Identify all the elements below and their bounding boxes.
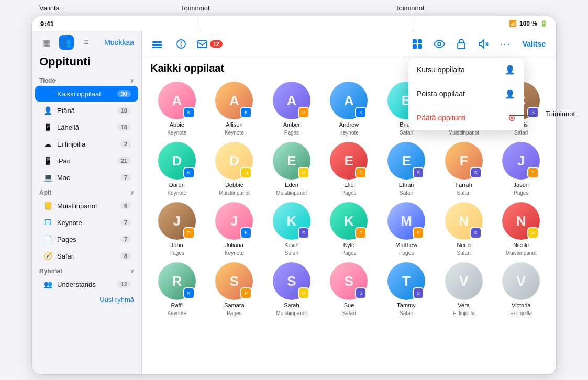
- sidebar-item-mac[interactable]: 💻 Mac 7: [35, 170, 138, 185]
- student-name: Matthew: [395, 242, 417, 248]
- student-name: Nicole: [513, 242, 529, 248]
- student-app-label: Pages: [399, 250, 414, 256]
- student-item-nicole[interactable]: NMNicoleMuistiinpanot: [494, 202, 548, 256]
- student-item-andrew[interactable]: AKAndrewKeynote: [323, 82, 376, 136]
- dropdown-invite[interactable]: Kutsu oppilaita 👤: [408, 58, 524, 82]
- student-item-tammy[interactable]: TSTammySafari: [380, 262, 433, 316]
- app-badge: K: [240, 227, 252, 239]
- student-item-raffi[interactable]: RKRaffiKeynote: [150, 262, 204, 316]
- student-name: Amber: [283, 121, 300, 128]
- sidebar-item-all-students[interactable]: ✳ Kaikki oppilaat 30: [35, 86, 138, 102]
- student-app-label: Safari: [285, 250, 298, 256]
- sidebar-nav-icons: ▦ 👥 ≡ Muokkaa: [32, 31, 141, 54]
- student-item-debbie[interactable]: DMDebbieMuistiinpanot: [208, 142, 261, 196]
- list-view-icon[interactable]: ≡: [79, 35, 94, 50]
- student-name: Andrew: [339, 121, 359, 128]
- battery-icon: 🔋: [540, 20, 548, 27]
- student-item-victoria[interactable]: VVictoriaEi linjoilla: [494, 262, 548, 316]
- ipad-icon: 📱: [42, 155, 53, 166]
- student-app-label: Keynote: [225, 250, 244, 256]
- sidebar-title: Oppitunti: [32, 54, 141, 74]
- student-item-matthew[interactable]: MPMatthewPages: [380, 202, 433, 256]
- sidebar-item-keynote[interactable]: 🎞 Keynote 7: [35, 215, 138, 230]
- sidebar-item-understands[interactable]: 👥 Understands 12: [35, 276, 138, 292]
- student-item-kevin[interactable]: KSKevinSafari: [265, 202, 318, 256]
- sidebar-item-safari[interactable]: 🧭 Safari 8: [35, 248, 138, 264]
- student-item-farrah[interactable]: FSFarrahSafari: [437, 142, 491, 196]
- sidebar-item-offline[interactable]: ☁ Ei linjoilla 2: [35, 136, 138, 152]
- student-item-samara[interactable]: SPSamaraPages: [208, 262, 261, 316]
- sidebar-item-nearby[interactable]: 📱 Lähellä 18: [35, 119, 138, 135]
- student-app-label: Keynote: [339, 130, 359, 136]
- app-badge: P: [240, 287, 252, 299]
- status-bar: 9:41 📶 100 % 🔋: [32, 16, 556, 31]
- student-item-amber[interactable]: APAmberPages: [265, 82, 318, 136]
- mac-icon: 💻: [42, 172, 53, 183]
- tiede-chevron[interactable]: ∨: [130, 77, 134, 84]
- student-app-label: Muistiinpanot: [219, 190, 250, 196]
- sidebar-edit-button[interactable]: Muokkaa: [104, 38, 134, 47]
- app-badge: K: [183, 167, 195, 178]
- offline-icon: ☁: [42, 139, 53, 149]
- app-badge: M: [298, 167, 309, 178]
- app-badge: M: [527, 227, 539, 239]
- people-view-icon[interactable]: 👥: [59, 35, 74, 50]
- select-button[interactable]: Valitse: [518, 38, 550, 50]
- sidebar-item-pages[interactable]: 📄 Pages 7: [35, 231, 138, 247]
- student-item-allison[interactable]: AKAllisonKeynote: [208, 82, 261, 136]
- sidebar-item-ipad[interactable]: 📱 iPad 21: [35, 153, 138, 169]
- layers-button[interactable]: [148, 35, 166, 53]
- dropdown-menu: Kutsu oppilaita 👤 Poista oppilaat 👤 Päät…: [408, 58, 524, 130]
- app-badge: P: [355, 167, 367, 178]
- student-item-abbie[interactable]: AKAbbieKeynote: [150, 82, 204, 136]
- student-item-elie[interactable]: EPEliePages: [323, 142, 376, 196]
- svg-rect-9: [413, 44, 417, 49]
- student-name: Kyle: [343, 242, 354, 248]
- student-item-jason[interactable]: JPJasonPages: [494, 142, 548, 196]
- mail-button[interactable]: 12: [196, 38, 223, 50]
- apit-chevron[interactable]: ∨: [130, 189, 134, 196]
- student-item-john[interactable]: JPJohnPages: [150, 202, 204, 256]
- svg-rect-10: [418, 44, 422, 49]
- sidebar-item-notes[interactable]: 📒 Muistiinpanot 6: [35, 198, 138, 214]
- app-badge: S: [413, 167, 424, 178]
- grid-view-button[interactable]: [408, 35, 426, 53]
- toolbar-right: ··· Valitse Kutsu oppilaita 👤 Poista opp…: [408, 35, 550, 53]
- student-name: Vera: [458, 302, 470, 308]
- dropdown-end[interactable]: Päätä oppitunti ⊗: [408, 106, 524, 130]
- student-item-ethan[interactable]: ESEthanSafari: [380, 142, 433, 196]
- svg-marker-4: [180, 41, 182, 44]
- dropdown-remove[interactable]: Poista oppilaat 👤: [408, 82, 524, 106]
- eye-button[interactable]: [430, 35, 448, 53]
- more-button[interactable]: ···: [496, 35, 514, 53]
- student-app-label: Safari: [457, 250, 471, 256]
- student-item-juliana[interactable]: JKJulianaKeynote: [208, 202, 261, 256]
- student-app-label: Muistiinpanot: [506, 250, 537, 256]
- student-app-label: Muistiinpanot: [276, 310, 307, 316]
- student-item-sarah[interactable]: SMSarahMuistiinpanot: [265, 262, 318, 316]
- student-app-label: Safari: [400, 130, 413, 136]
- ryhmat-chevron[interactable]: ∨: [130, 268, 134, 275]
- student-item-daren[interactable]: DKDarenKeynote: [150, 142, 204, 196]
- mute-button[interactable]: [474, 35, 492, 53]
- student-app-label: Pages: [514, 190, 528, 196]
- student-app-label: Keynote: [167, 190, 186, 196]
- student-name: John: [171, 242, 183, 248]
- student-item-sue[interactable]: SSSueSafari: [323, 262, 376, 316]
- student-app-label: Safari: [514, 130, 528, 136]
- svg-rect-12: [458, 43, 465, 49]
- app-badge: M: [240, 167, 252, 178]
- compass-button[interactable]: [172, 35, 190, 53]
- student-app-label: Pages: [227, 310, 241, 316]
- lock-button[interactable]: [452, 35, 470, 53]
- student-name: Samara: [224, 302, 245, 308]
- app-badge: S: [527, 107, 539, 118]
- student-item-nerio[interactable]: NSNerioSafari: [437, 202, 491, 256]
- sidebar-toggle-icon[interactable]: ▦: [39, 35, 54, 50]
- sidebar-item-remote[interactable]: 👤 Etänä 10: [35, 103, 138, 118]
- ipad-frame: 9:41 📶 100 % 🔋 ▦ 👥 ≡ Muokkaa Oppitunti T…: [31, 16, 557, 375]
- student-item-eden[interactable]: EMEdenMuistiinpanot: [265, 142, 318, 196]
- student-item-kyle[interactable]: KPKylePages: [323, 202, 376, 256]
- student-item-vera[interactable]: VVeraEi linjoilla: [437, 262, 491, 316]
- new-group-button[interactable]: Uusi ryhmä: [32, 293, 141, 307]
